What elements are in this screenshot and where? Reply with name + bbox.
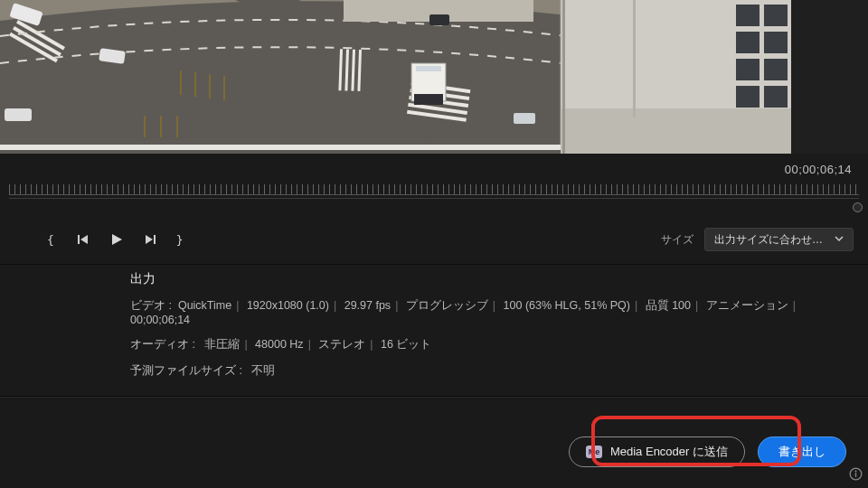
svg-rect-24 [562, 0, 565, 154]
svg-rect-25 [633, 0, 636, 117]
mark-in-button[interactable]: { [47, 233, 57, 247]
size-dropdown-value: 出力サイズに合わせてス… [714, 232, 829, 248]
size-dropdown[interactable]: 出力サイズに合わせてス… [704, 228, 854, 251]
svg-rect-28 [414, 94, 443, 105]
divider [0, 396, 868, 398]
audio-info-row: オーディオ : 非圧縮| 48000 Hz| ステレオ| 16 ビット [130, 337, 850, 352]
output-title: 出力 [130, 271, 850, 287]
svg-rect-47 [855, 473, 856, 477]
svg-rect-42 [0, 145, 561, 150]
svg-rect-23 [561, 108, 791, 154]
svg-rect-43 [78, 235, 80, 244]
svg-rect-17 [764, 59, 788, 80]
video-info-row: ビデオ : QuickTime| 1920x1080 (1.0)| 29.97 … [130, 298, 850, 326]
svg-rect-22 [736, 86, 760, 108]
svg-rect-29 [416, 66, 441, 71]
mark-out-button[interactable]: } [176, 233, 186, 247]
step-forward-button[interactable] [144, 233, 156, 246]
info-icon[interactable] [849, 467, 863, 484]
svg-rect-19 [736, 5, 760, 26]
export-button[interactable]: 書き出し [758, 436, 846, 467]
playhead-marker[interactable] [853, 202, 863, 212]
svg-rect-34 [514, 113, 535, 124]
send-to-me-label: Media Encoder に送信 [610, 444, 728, 460]
svg-rect-20 [736, 32, 760, 53]
svg-rect-18 [764, 86, 788, 108]
timeline-ruler[interactable] [0, 184, 868, 215]
svg-rect-15 [764, 5, 788, 26]
send-to-media-encoder-button[interactable]: Me Media Encoder に送信 [569, 436, 745, 467]
export-label: 書き出し [778, 445, 826, 458]
svg-rect-44 [154, 235, 156, 244]
svg-rect-33 [429, 14, 449, 25]
output-summary: 出力 ビデオ : QuickTime| 1920x1080 (1.0)| 29.… [130, 271, 850, 389]
svg-point-46 [855, 471, 857, 473]
preview-side-panel [791, 0, 868, 154]
timecode-display: 00;00;06;14 [785, 163, 852, 176]
svg-rect-16 [764, 32, 788, 53]
chevron-down-icon [835, 233, 844, 246]
filesize-info-row: 予測ファイルサイズ : 不明 [130, 363, 850, 379]
play-button[interactable] [109, 232, 124, 247]
media-encoder-badge-icon: Me [586, 446, 602, 458]
svg-rect-32 [5, 108, 32, 121]
step-back-button[interactable] [77, 233, 90, 246]
size-label: サイズ [661, 232, 693, 248]
video-preview [0, 0, 791, 154]
svg-rect-21 [736, 59, 760, 80]
